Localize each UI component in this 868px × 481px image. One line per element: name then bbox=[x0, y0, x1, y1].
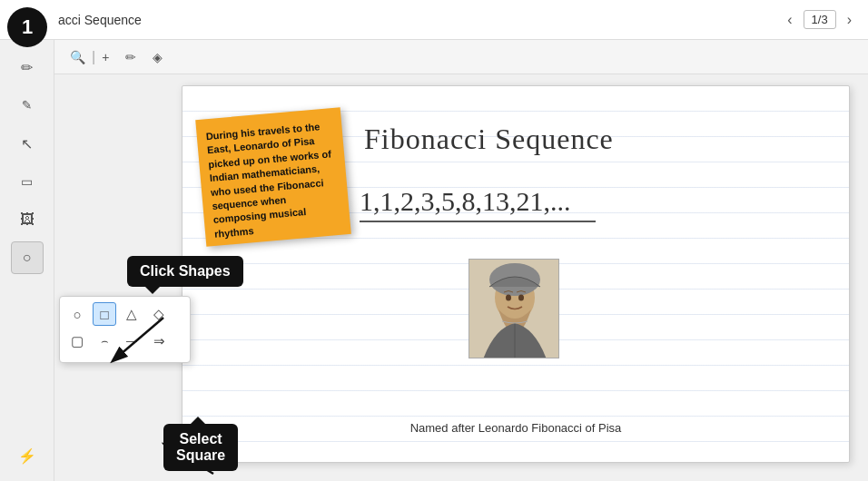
shapes-tool-button[interactable]: ○ bbox=[11, 241, 44, 274]
caption: Named after Leonardo Fibonacci of Pisa bbox=[182, 421, 849, 435]
page-indicator: 1/3 bbox=[804, 10, 836, 29]
square-shape-button[interactable]: □ bbox=[93, 302, 116, 326]
svg-point-4 bbox=[518, 295, 524, 301]
nav-next-button[interactable]: › bbox=[842, 8, 857, 32]
pen-icon: ✏ bbox=[21, 59, 33, 76]
shapes-row-1: ○ □ △ ◇ bbox=[65, 302, 184, 326]
shapes-toolbar-popup: ○ □ △ ◇ ▢ ⌢ — ⇒ bbox=[59, 296, 191, 363]
select-square-callout: SelectSquare bbox=[163, 424, 238, 471]
highlighter-tool-button[interactable]: ✏ bbox=[11, 89, 44, 122]
triangle-shape-button[interactable]: △ bbox=[120, 302, 143, 326]
line-shape-button[interactable]: — bbox=[120, 329, 143, 353]
document-page: During his travels to the East, Leonardo… bbox=[182, 85, 850, 463]
handwriting-sequence: 1,1,2,3,5,8,13,21,... bbox=[360, 186, 571, 217]
sticky-note: During his travels to the East, Leonardo… bbox=[195, 107, 351, 246]
lightning-tool-button[interactable]: ⚡ bbox=[11, 439, 44, 472]
insert-icon: ▭ bbox=[21, 174, 33, 189]
top-bar-title: acci Sequence bbox=[58, 13, 142, 27]
rounded-square-shape-button[interactable]: ▢ bbox=[65, 329, 89, 353]
select-tool-button[interactable]: ↖ bbox=[11, 127, 44, 160]
nav-controls: ‹ 1/3 › bbox=[782, 8, 857, 32]
click-shapes-callout: Click Shapes bbox=[127, 256, 243, 287]
circle-shape-button[interactable]: ○ bbox=[65, 302, 89, 326]
eraser-button[interactable]: ◈ bbox=[148, 47, 167, 67]
handwriting-underline bbox=[360, 221, 596, 222]
pen-tool-button[interactable]: ✏ bbox=[11, 51, 44, 83]
shapes-row-2: ▢ ⌢ — ⇒ bbox=[65, 329, 184, 353]
nav-prev-button[interactable]: ‹ bbox=[782, 8, 797, 32]
handwriting-title: Fibonacci Sequence bbox=[364, 123, 614, 156]
arc-shape-button[interactable]: ⌢ bbox=[93, 329, 116, 353]
zoom-separator: | bbox=[92, 49, 95, 65]
second-toolbar: 🔍 | + ✏ ◈ bbox=[54, 40, 868, 74]
step-badge: 1 bbox=[7, 7, 47, 47]
image-tool-button[interactable]: 🖼 bbox=[11, 203, 44, 236]
left-sidebar: ✏ ✏ ↖ ▭ 🖼 ○ ⚡ bbox=[0, 40, 54, 481]
shapes-icon: ○ bbox=[23, 250, 32, 266]
portrait-container bbox=[464, 254, 564, 363]
svg-point-3 bbox=[506, 295, 511, 301]
insert-tool-button[interactable]: ▭ bbox=[11, 165, 44, 198]
zoom-group: 🔍 | + bbox=[65, 47, 113, 67]
diamond-shape-button[interactable]: ◇ bbox=[147, 302, 171, 326]
arrow-shape-button[interactable]: ⇒ bbox=[147, 329, 171, 353]
portrait-image bbox=[469, 259, 559, 358]
lightning-icon: ⚡ bbox=[18, 447, 36, 465]
pen-button[interactable]: ✏ bbox=[121, 47, 141, 67]
zoom-plus-button[interactable]: + bbox=[97, 47, 113, 67]
canvas-area: During his travels to the East, Leonardo… bbox=[54, 74, 868, 481]
zoom-button[interactable]: 🔍 bbox=[65, 47, 90, 67]
select-icon: ↖ bbox=[21, 135, 33, 152]
top-bar: acci Sequence ‹ 1/3 › bbox=[0, 0, 868, 40]
portrait-svg bbox=[469, 260, 559, 358]
image-icon: 🖼 bbox=[20, 211, 35, 228]
highlighter-icon: ✏ bbox=[18, 96, 36, 114]
